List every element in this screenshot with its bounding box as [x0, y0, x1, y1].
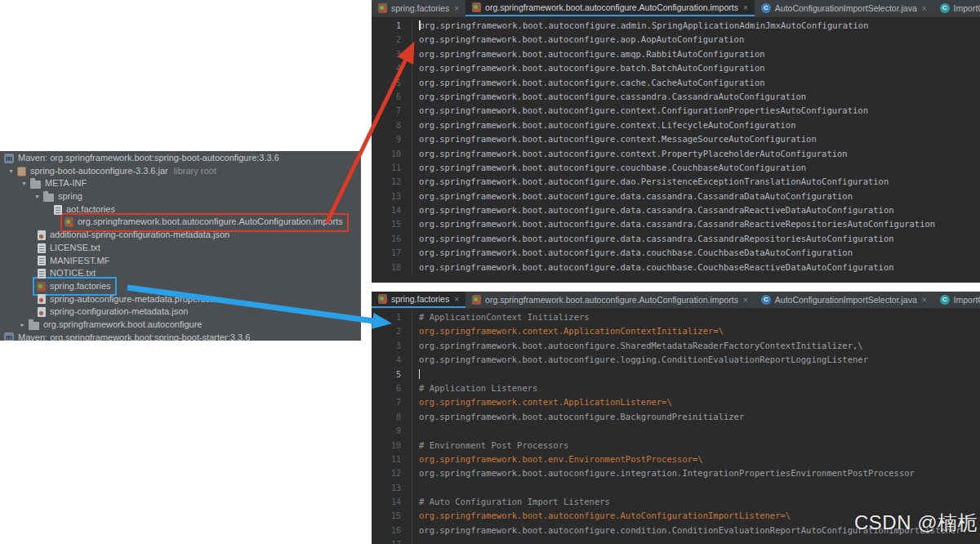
code-line[interactable]: 7org.springframework.boot.autoconfigure.…: [372, 104, 980, 118]
code-line[interactable]: 7org.springframework.context.Application…: [372, 395, 980, 409]
tree-item-label: spring.factories: [50, 280, 111, 293]
line-number: 12: [372, 466, 412, 480]
spring-file-icon: [378, 3, 387, 13]
code-line[interactable]: 10org.springframework.boot.autoconfigure…: [372, 147, 980, 161]
chevron-right-icon[interactable]: ▸: [18, 319, 27, 332]
properties-file-icon: [38, 294, 46, 304]
code-line[interactable]: 15org.springframework.boot.autoconfigure…: [372, 217, 980, 231]
line-number: 14: [372, 495, 412, 509]
code-line[interactable]: 16org.springframework.boot.autoconfigure…: [372, 232, 980, 246]
tab-autoconfiguration-imports[interactable]: org.springframework.boot.autoconfigure.A…: [466, 0, 755, 16]
tab-autoconfiguration-imports[interactable]: org.springframework.boot.autoconfigure.A…: [466, 292, 755, 308]
code-line[interactable]: 13: [372, 481, 980, 495]
line-number: 7: [372, 395, 412, 409]
imports-code-area[interactable]: 1org.springframework.boot.autoconfigure.…: [372, 17, 980, 274]
code-line[interactable]: 13org.springframework.boot.autoconfigure…: [372, 190, 980, 203]
bottom-tab-bar: spring.factories × org.springframework.b…: [372, 292, 980, 309]
spring-factories-code-area[interactable]: 1# ApplicationContext Initializers 2org.…: [372, 309, 980, 544]
line-number: 11: [372, 161, 412, 175]
tree-item-spring-folder[interactable]: ▾ spring: [0, 190, 361, 203]
maven-icon: m: [4, 154, 14, 163]
code-line[interactable]: 9org.springframework.boot.autoconfigure.…: [372, 132, 980, 146]
line-number: 6: [372, 90, 412, 104]
code-line[interactable]: 10# Environment Post Processors: [372, 439, 980, 453]
file-icon: [54, 205, 62, 215]
maven-icon: m: [4, 332, 14, 341]
tree-item-configuration-metadata-json[interactable]: spring-configuration-metadata.json: [0, 305, 361, 319]
chevron-down-icon[interactable]: ▾: [20, 177, 29, 190]
code-line[interactable]: 14# Auto Configuration Import Listeners: [372, 495, 980, 509]
tree-item-label: spring-boot-autoconfigure-3.3.6.jar: [30, 165, 168, 178]
close-icon[interactable]: ×: [743, 3, 748, 12]
code-line[interactable]: 3org.springframework.boot.autoconfigure.…: [372, 47, 980, 61]
tree-item-autoconfigure-metadata-properties[interactable]: spring-autoconfigure-metadata.properties: [0, 293, 361, 306]
line-number: 13: [372, 481, 412, 495]
code-line[interactable]: 12org.springframework.boot.autoconfigure…: [372, 175, 980, 189]
code-line[interactable]: 2org.springframework.boot.autoconfigure.…: [372, 33, 980, 47]
tab-label: spring.factories: [391, 294, 449, 304]
tree-item-manifest[interactable]: MANIFEST.MF: [0, 255, 361, 268]
chevron-down-icon[interactable]: ▾: [33, 190, 42, 203]
close-icon[interactable]: ×: [454, 295, 459, 304]
line-number: 17: [372, 537, 412, 544]
folder-icon: [30, 181, 41, 189]
tab-import-candidates[interactable]: C ImportCand: [933, 0, 980, 16]
code-line[interactable]: 8org.springframework.boot.autoconfigure.…: [372, 410, 980, 424]
library-root-badge: library root: [174, 165, 216, 178]
code-line[interactable]: 3org.springframework.boot.autoconfigure.…: [372, 339, 980, 353]
chevron-down-icon[interactable]: ▾: [7, 165, 16, 178]
code-line[interactable]: 11org.springframework.boot.env.Environme…: [372, 453, 980, 466]
tree-item-label: LICENSE.txt: [50, 242, 100, 255]
editor-spring-factories: spring.factories × org.springframework.b…: [372, 292, 980, 544]
tree-item-meta-inf[interactable]: ▾ META-INF: [0, 177, 361, 190]
line-number: 5: [372, 76, 412, 90]
tree-item-jar[interactable]: ▾ spring-boot-autoconfigure-3.3.6.jar li…: [0, 165, 361, 178]
text-caret: [419, 369, 420, 379]
tab-spring-factories[interactable]: spring.factories ×: [372, 292, 466, 308]
code-line[interactable]: 18org.springframework.boot.autoconfigure…: [372, 261, 980, 274]
tab-import-candidates[interactable]: C ImportCa: [933, 292, 980, 308]
code-line[interactable]: 17: [372, 537, 980, 544]
code-line[interactable]: 9: [372, 424, 980, 438]
line-number: 9: [372, 424, 412, 438]
code-line[interactable]: 8org.springframework.boot.autoconfigure.…: [372, 118, 980, 132]
tree-item-label: spring-configuration-metadata.json: [50, 305, 188, 319]
code-line[interactable]: 1org.springframework.boot.autoconfigure.…: [372, 19, 980, 33]
code-line[interactable]: 2org.springframework.context.Application…: [372, 324, 980, 338]
tree-header-maven-library[interactable]: m Maven: org.springframework.boot:spring…: [0, 152, 361, 165]
code-line[interactable]: 5org.springframework.boot.autoconfigure.…: [372, 76, 980, 90]
close-icon[interactable]: ×: [454, 4, 459, 13]
tree-item-license[interactable]: LICENSE.txt: [0, 242, 361, 255]
json-file-icon: [38, 307, 46, 317]
tab-import-selector[interactable]: C AutoConfigurationImportSelector.java ×: [755, 292, 933, 308]
manifest-file-icon: [38, 256, 46, 265]
tab-label: org.springframework.boot.autoconfigure.A…: [485, 295, 738, 305]
close-icon[interactable]: ×: [922, 296, 927, 305]
code-line[interactable]: 6org.springframework.boot.autoconfigure.…: [372, 90, 980, 104]
tab-spring-factories[interactable]: spring.factories ×: [372, 0, 466, 16]
tab-import-selector[interactable]: C AutoConfigurationImportSelector.java ×: [755, 0, 933, 16]
tree-item-label: org.springframework.boot.autoconfigure: [43, 319, 202, 332]
close-icon[interactable]: ×: [743, 296, 748, 305]
jar-icon: [17, 167, 26, 176]
line-number: 6: [372, 381, 412, 395]
code-line[interactable]: 6# Application Listeners: [372, 381, 980, 395]
line-number: 10: [372, 439, 412, 453]
line-number: 12: [372, 175, 412, 189]
code-line[interactable]: 11org.springframework.boot.autoconfigure…: [372, 161, 980, 175]
tree-header-maven-library-2[interactable]: m Maven: org.springframework.boot:spring…: [0, 332, 361, 341]
line-number: 5: [372, 368, 412, 381]
code-line[interactable]: 4org.springframework.boot.autoconfigure.…: [372, 61, 980, 75]
code-line[interactable]: 5: [372, 368, 980, 381]
tree-item-autoconfigure-package[interactable]: ▸ org.springframework.boot.autoconfigure: [0, 319, 361, 332]
tree-header-label: Maven: org.springframework.boot:spring-b…: [18, 152, 279, 165]
tree-item-autoconfiguration-imports[interactable]: org.springframework.boot.autoconfigure.A…: [0, 216, 361, 229]
tree-item-spring-factories[interactable]: spring.factories: [0, 280, 361, 293]
line-number: 11: [372, 453, 412, 466]
code-line[interactable]: 4org.springframework.boot.autoconfigure.…: [372, 353, 980, 367]
close-icon[interactable]: ×: [922, 4, 927, 13]
code-line[interactable]: 14org.springframework.boot.autoconfigure…: [372, 203, 980, 217]
code-line[interactable]: 1# ApplicationContext Initializers: [372, 310, 980, 324]
code-line[interactable]: 17org.springframework.boot.autoconfigure…: [372, 246, 980, 260]
code-line[interactable]: 12org.springframework.boot.autoconfigure…: [372, 466, 980, 480]
